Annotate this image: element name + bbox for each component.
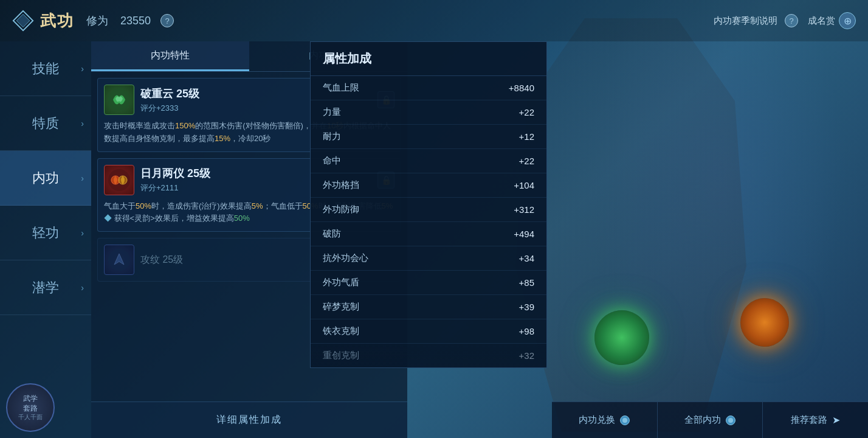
attr-name-hp: 气血上限 <box>323 82 359 94</box>
attr-row-shield: 外功气盾 +85 <box>311 271 546 295</box>
attr-name-def: 外功防御 <box>323 204 359 215</box>
attr-name-pen: 破防 <box>323 228 341 240</box>
attr-name-suimeng: 碎梦克制 <box>323 301 359 313</box>
attr-value-shield: +85 <box>519 277 534 288</box>
attr-title: 属性加成 <box>311 42 546 76</box>
wuxue-text-3: 千人千面 <box>18 413 43 421</box>
recommend-route-button[interactable]: 推荐套路 ➤ <box>763 402 868 438</box>
attr-value-end: +12 <box>519 131 534 142</box>
season-label: 内功赛季制说明 <box>714 15 777 27</box>
attr-row-pen: 破防 +494 <box>311 222 546 246</box>
left-nav: 技能 › 特质 › 内功 › 轻功 › 潜学 › <box>0 41 91 438</box>
attr-row-hp: 气血上限 +8840 <box>311 76 546 100</box>
title-area: 武功 修为 23550 ? <box>12 10 174 32</box>
skill-icon-ryly <box>104 165 134 195</box>
attr-value-pen: +494 <box>514 229 534 239</box>
all-dot-icon <box>726 415 735 425</box>
attr-row-str: 力量 +22 <box>311 100 546 125</box>
diamond-icon <box>12 10 34 32</box>
attr-row-tieyi: 铁衣克制 +98 <box>311 319 546 344</box>
detail-attr-button[interactable]: 详细属性加成 <box>91 401 407 438</box>
season-explain-button[interactable]: 内功赛季制说明 ? <box>714 14 798 27</box>
fame-reward-button[interactable]: 成名赏 ⊕ <box>808 12 856 29</box>
attr-row-zhongchuang: 重创克制 +32 <box>311 344 546 367</box>
attr-value-anticrit: +34 <box>519 253 534 263</box>
attr-value-def: +312 <box>514 204 534 215</box>
top-bar: 武功 修为 23550 ? 内功赛季制说明 ? 成名赏 ⊕ <box>0 0 868 41</box>
sidebar-item-qg[interactable]: 轻功 › <box>0 206 91 260</box>
chevron-icon: › <box>81 173 84 183</box>
tab-neigong-texing[interactable]: 内功特性 <box>91 41 249 71</box>
exchange-dot-icon <box>620 415 630 425</box>
attr-name-hit: 命中 <box>323 155 341 167</box>
all-neigong-button[interactable]: 全部内功 <box>658 402 763 438</box>
chevron-icon: › <box>81 119 84 128</box>
fame-label: 成名赏 <box>808 15 835 27</box>
chevron-icon: › <box>81 283 84 293</box>
attr-value-suimeng: +39 <box>519 302 534 312</box>
attr-name-shield: 外功气盾 <box>323 277 359 288</box>
attr-value-hp: +8840 <box>509 83 534 93</box>
page-title: 武功 <box>40 10 74 32</box>
sidebar-item-jn[interactable]: 技能 › <box>0 41 91 96</box>
attr-row-hit: 命中 +22 <box>311 149 546 173</box>
wuxue-badge[interactable]: 武学 套路 千人千面 <box>6 383 55 432</box>
attr-row-suimeng: 碎梦克制 +39 <box>311 295 546 319</box>
attr-name-end: 耐力 <box>323 131 341 142</box>
attribute-overlay: 属性加成 气血上限 +8840 力量 +22 耐力 +12 命中 +22 外功格… <box>310 41 547 368</box>
svg-point-8 <box>728 418 733 423</box>
recommend-arrow-icon: ➤ <box>832 414 840 426</box>
attr-row-def: 外功防御 +312 <box>311 198 546 222</box>
fame-icon: ⊕ <box>839 12 856 29</box>
attr-value-tieyi: +98 <box>519 326 534 336</box>
attr-value-hit: +22 <box>519 156 534 166</box>
svg-point-7 <box>622 418 627 423</box>
attr-row-block: 外功格挡 +104 <box>311 173 546 198</box>
skill-icon-pcy <box>104 85 134 115</box>
wuxue-text-2: 套路 <box>23 404 38 414</box>
chevron-icon: › <box>81 228 84 238</box>
partial-skill-label: 攻纹 25级 <box>140 254 183 266</box>
bottom-actions: 内功兑换 全部内功 推荐套路 ➤ <box>552 401 868 438</box>
attr-name-tieyi: 铁衣克制 <box>323 325 359 337</box>
cultivation-help-button[interactable]: ? <box>160 14 174 27</box>
attr-row-anticrit: 抗外功会心 +34 <box>311 246 546 271</box>
cultivation-value: 23550 <box>120 15 151 27</box>
attr-value-block: +104 <box>514 180 534 190</box>
attr-value-str: +22 <box>519 107 534 117</box>
sidebar-item-tz[interactable]: 特质 › <box>0 96 91 151</box>
attr-name-block: 外功格挡 <box>323 179 359 191</box>
attr-list: 气血上限 +8840 力量 +22 耐力 +12 命中 +22 外功格挡 +10… <box>311 76 546 367</box>
chevron-icon: › <box>81 64 84 74</box>
attr-name-anticrit: 抗外功会心 <box>323 252 368 264</box>
neigong-exchange-button[interactable]: 内功兑换 <box>552 402 658 438</box>
attr-name-str: 力量 <box>323 106 341 118</box>
attr-value-zhongchuang: +32 <box>519 350 534 361</box>
cultivation-label: 修为 <box>86 13 108 28</box>
top-right-buttons: 内功赛季制说明 ? 成名赏 ⊕ <box>714 12 856 29</box>
attr-row-end: 耐力 +12 <box>311 125 546 149</box>
wuxue-text-1: 武学 <box>23 394 38 404</box>
sidebar-item-qx[interactable]: 潜学 › <box>0 260 91 315</box>
skill-icon-partial <box>104 245 134 275</box>
season-question-icon[interactable]: ? <box>785 14 798 27</box>
sidebar-item-ng[interactable]: 内功 › <box>0 151 91 206</box>
attr-name-zhongchuang: 重创克制 <box>323 350 359 361</box>
